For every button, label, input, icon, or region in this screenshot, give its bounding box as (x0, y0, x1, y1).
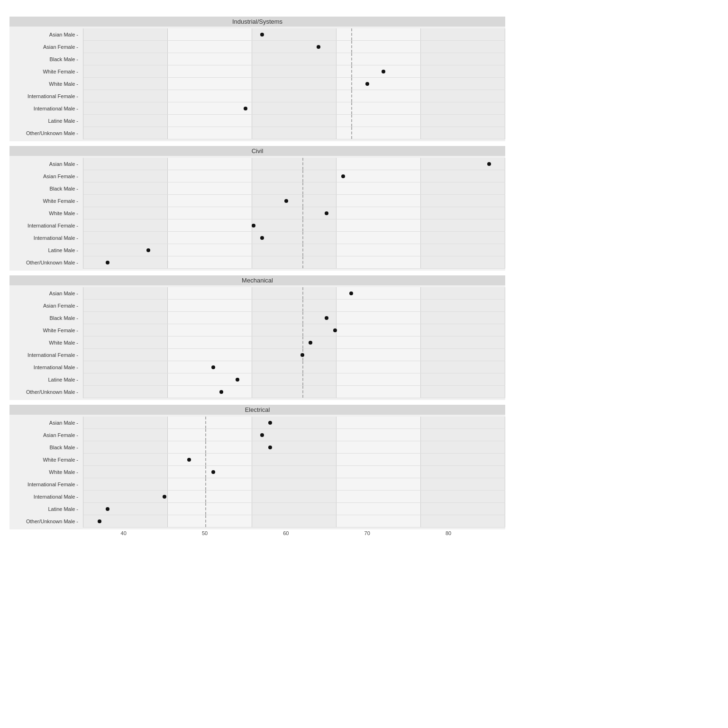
data-row-2-6 (83, 361, 505, 373)
ref-line-0 (351, 41, 352, 53)
y-label-3-2: Black Male - (9, 441, 80, 454)
ref-line-2 (302, 287, 303, 299)
dot-1-3 (284, 199, 288, 203)
panel-1: CivilAsian Male -Asian Female -Black Mal… (9, 146, 505, 271)
panel-header-1: Civil (9, 146, 505, 156)
ref-line-1 (302, 182, 303, 194)
data-row-1-1 (83, 170, 505, 182)
y-label-3-8: Other/Unknown Male - (9, 515, 80, 528)
y-label-0-0: Asian Male - (9, 28, 80, 41)
ref-line-1 (302, 256, 303, 268)
dot-3-8 (98, 519, 101, 523)
data-row-0-6 (83, 102, 505, 115)
y-label-3-4: White Male - (9, 466, 80, 478)
y-label-1-5: International Female - (9, 219, 80, 232)
ref-line-3 (205, 429, 206, 441)
dot-0-0 (260, 33, 264, 36)
dot-2-3 (333, 328, 337, 332)
data-row-3-1 (83, 429, 505, 441)
dot-2-4 (309, 341, 312, 345)
x-tick-70: 70 (364, 530, 370, 536)
dot-3-0 (268, 421, 272, 425)
ref-line-0 (351, 53, 352, 65)
y-label-1-7: Latine Male - (9, 244, 80, 256)
y-label-1-2: Black Male - (9, 182, 80, 195)
panel-0: Industrial/SystemsAsian Male -Asian Fema… (9, 17, 505, 141)
y-label-0-8: Other/Unknown Male - (9, 127, 80, 139)
ref-line-0 (351, 102, 352, 114)
dot-2-7 (236, 378, 239, 382)
panel-header-3: Electrical (9, 405, 505, 415)
x-axis: 4050607080 (9, 530, 505, 539)
ref-line-0 (351, 127, 352, 139)
data-row-0-2 (83, 53, 505, 65)
ref-line-0 (351, 65, 352, 77)
data-row-1-6 (83, 232, 505, 244)
data-row-3-3 (83, 454, 505, 466)
dot-3-7 (106, 507, 109, 511)
ref-line-2 (302, 300, 303, 311)
y-label-2-5: International Female - (9, 349, 80, 361)
data-row-2-8 (83, 386, 505, 398)
dot-1-7 (146, 248, 150, 252)
data-row-2-7 (83, 373, 505, 386)
panel-2: MechanicalAsian Male -Asian Female -Blac… (9, 275, 505, 400)
y-label-1-8: Other/Unknown Male - (9, 256, 80, 269)
y-label-2-0: Asian Male - (9, 287, 80, 300)
y-label-0-4: White Male - (9, 78, 80, 90)
y-label-1-0: Asian Male - (9, 158, 80, 170)
ref-line-1 (302, 158, 303, 170)
y-label-1-1: Asian Female - (9, 170, 80, 182)
x-tick-80: 80 (446, 530, 451, 536)
y-label-2-4: White Male - (9, 337, 80, 349)
y-label-3-7: Latine Male - (9, 503, 80, 515)
data-row-2-0 (83, 287, 505, 300)
y-label-2-2: Black Male - (9, 312, 80, 324)
ref-line-1 (302, 207, 303, 219)
data-row-2-1 (83, 300, 505, 312)
y-label-2-8: Other/Unknown Male - (9, 386, 80, 398)
ref-line-1 (302, 232, 303, 244)
dot-2-0 (349, 291, 353, 295)
y-label-2-7: Latine Male - (9, 373, 80, 386)
dot-1-0 (487, 162, 491, 166)
ref-line-3 (205, 454, 206, 465)
ref-line-0 (351, 28, 352, 40)
y-label-1-4: White Male - (9, 207, 80, 219)
ref-line-0 (351, 78, 352, 90)
dot-0-1 (317, 45, 320, 49)
y-label-0-6: International Male - (9, 102, 80, 115)
dot-3-4 (211, 470, 215, 474)
x-tick-40: 40 (121, 530, 127, 536)
ref-line-2 (302, 312, 303, 324)
dot-0-6 (244, 107, 247, 110)
ref-line-3 (205, 466, 206, 478)
data-row-1-5 (83, 219, 505, 232)
dot-2-8 (219, 390, 223, 394)
data-row-3-2 (83, 441, 505, 454)
dot-2-5 (300, 353, 304, 357)
ref-line-1 (302, 195, 303, 207)
y-label-1-3: White Female - (9, 195, 80, 207)
ref-line-2 (302, 386, 303, 398)
plot-area-1 (83, 158, 505, 269)
y-label-2-1: Asian Female - (9, 300, 80, 312)
dot-1-8 (106, 261, 109, 264)
dot-1-5 (252, 224, 255, 228)
data-row-3-8 (83, 515, 505, 528)
y-label-0-2: Black Male - (9, 53, 80, 65)
data-row-3-7 (83, 503, 505, 515)
y-label-0-7: Latine Male - (9, 115, 80, 127)
ref-line-3 (205, 515, 206, 527)
dot-1-6 (260, 236, 264, 240)
y-label-0-5: International Female - (9, 90, 80, 102)
ref-line-1 (302, 219, 303, 231)
data-row-2-5 (83, 349, 505, 361)
data-row-1-0 (83, 158, 505, 170)
ref-line-2 (302, 361, 303, 373)
data-row-3-5 (83, 478, 505, 491)
data-row-0-5 (83, 90, 505, 102)
dot-2-6 (211, 365, 215, 369)
data-row-3-0 (83, 417, 505, 429)
dot-3-1 (260, 433, 264, 437)
